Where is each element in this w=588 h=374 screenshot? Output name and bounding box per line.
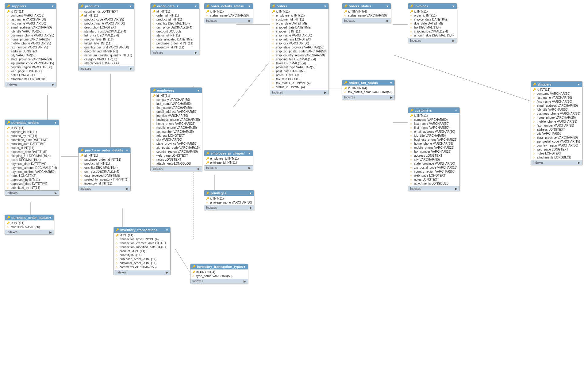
table-footer-invoices[interactable]: Indexes▶	[408, 38, 457, 43]
table-title: order_details	[157, 4, 178, 8]
table-header-customers[interactable]: 🔑customers▼	[408, 108, 459, 113]
table-orders_tax_status[interactable]: 🔑orders_tax_status▼🔑id TINYINT(4)◇tax_st…	[342, 80, 395, 100]
table-header-inventory_transactions[interactable]: 🔑inventory_transactions▼	[114, 227, 170, 233]
table-row: ◇submitted_by INT(11)	[5, 186, 59, 190]
field-text: id INT(11)	[120, 234, 133, 237]
table-row: 🔑id INT(11)	[114, 233, 170, 237]
table-purchase_order_details[interactable]: 🔑purchase_order_details▼🔑id INT(11)◇purc…	[78, 147, 131, 191]
field-icon: ◇	[410, 118, 413, 121]
table-footer-shippers[interactable]: Indexes▶	[531, 160, 582, 165]
field-icon: ◇	[410, 178, 413, 181]
field-text: shipper_id INT(11)	[276, 30, 302, 33]
indexes-label: Indexes	[152, 167, 163, 170]
table-header-order_details_status[interactable]: 🔑order_details_status▼	[204, 3, 253, 9]
field-text: id INT(11)	[156, 10, 170, 13]
key-field-icon: 🔑	[152, 10, 156, 13]
table-row: ◇state_province VARCHAR(50)	[408, 162, 459, 166]
table-row: ◇purchase_order_id INT(11)	[151, 41, 199, 45]
key-field-icon: 🔑	[192, 271, 195, 273]
table-header-invoices[interactable]: 🔑invoices▼	[408, 3, 457, 9]
table-header-orders_status[interactable]: 🔑orders_status▼	[342, 3, 391, 9]
field-text: transaction_modified_date DATET...	[120, 246, 168, 249]
table-footer-order_details_status[interactable]: Indexes▶	[204, 18, 253, 23]
table-footer-products[interactable]: Indexes▶	[79, 66, 134, 71]
field-text: discontinued TINYINT(1)	[84, 50, 118, 53]
table-customers[interactable]: 🔑customers▼🔑id INT(11)◇company VARCHAR(5…	[408, 107, 460, 191]
table-inventory_transactions[interactable]: 🔑inventory_transactions▼🔑id INT(11)◇tran…	[113, 227, 171, 275]
field-text: supplier_id INT(11)	[11, 130, 37, 134]
field-text: id INT(11)	[84, 154, 98, 157]
table-employee_privileges[interactable]: 🔑employee_privileges▼🔑employee_id INT(11…	[204, 150, 253, 170]
table-invoices[interactable]: 🔑invoices▼🔑id INT(11)◇order_id INT(11)◇i…	[408, 3, 457, 43]
table-privileges[interactable]: 🔑privileges▼🔑id INT(11)◇privilege_name V…	[204, 190, 254, 210]
table-order_details[interactable]: 🔑order_details▼🔑id INT(11)◇order_id INT(…	[150, 3, 199, 55]
field-icon: ◇	[116, 258, 119, 261]
field-icon: ◇	[80, 18, 83, 21]
field-text: last_name VARCHAR(50)	[156, 102, 192, 105]
table-purchase_order_status[interactable]: 🔑purchase_order_status▼🔑id INT(11)◇statu…	[5, 215, 54, 235]
table-header-suppliers[interactable]: 🔑suppliers▼	[5, 3, 56, 9]
table-header-employees[interactable]: 🔑employees▼	[151, 88, 202, 93]
table-title: purchase_orders	[11, 121, 39, 124]
table-footer-orders_status[interactable]: Indexes▶	[342, 18, 391, 23]
table-header-order_details[interactable]: 🔑order_details▼	[151, 3, 199, 9]
table-row: ◇due_date DATETIME	[408, 21, 457, 25]
table-header-products[interactable]: 🔑products▼	[79, 3, 134, 9]
table-suppliers[interactable]: 🔑suppliers▼🔑id INT(11)◇company VARCHAR(5…	[5, 3, 56, 87]
table-footer-purchase_order_status[interactable]: Indexes▶	[5, 230, 54, 235]
table-footer-purchase_orders[interactable]: Indexes▶	[5, 190, 59, 195]
table-header-purchase_order_status[interactable]: 🔑purchase_order_status▼	[5, 215, 54, 220]
table-footer-orders_tax_status[interactable]: Indexes▶	[342, 95, 394, 100]
table-footer-inventory_transaction_types[interactable]: Indexes▶	[190, 279, 248, 284]
table-footer-privileges[interactable]: Indexes▶	[204, 205, 254, 210]
table-purchase_orders[interactable]: 🔑purchase_orders▼🔑id INT(11)◇supplier_id…	[5, 120, 59, 196]
table-footer-suppliers[interactable]: Indexes▶	[5, 82, 56, 87]
field-icon: ◇	[80, 38, 83, 41]
field-icon: ◇	[533, 116, 536, 119]
table-orders_status[interactable]: 🔑orders_status▼🔑id TINYINT(4)◇status_nam…	[342, 3, 391, 23]
field-text: created_by INT(11)	[11, 134, 37, 138]
table-orders[interactable]: 🔑orders▼🔑id INT(11)◇employee_id INT(11)◇…	[270, 3, 329, 95]
field-text: status_id INT(11)	[156, 34, 180, 37]
table-footer-inventory_transactions[interactable]: Indexes▶	[114, 270, 170, 275]
table-footer-employee_privileges[interactable]: Indexes▶	[204, 165, 253, 170]
key-icon: 🔑	[344, 5, 348, 8]
table-products[interactable]: 🔑products▼◇supplier_ids LONGTEXT🔑id INT(…	[78, 3, 134, 71]
table-footer-employees[interactable]: Indexes▶	[151, 166, 202, 171]
table-row: ◇comments VARCHAR(255)	[114, 265, 170, 269]
field-text: inventory_id INT(11)	[84, 182, 112, 185]
table-header-purchase_order_details[interactable]: 🔑purchase_order_details▼	[79, 147, 130, 153]
table-row: 🔑id INT(11)	[79, 13, 134, 17]
table-header-orders[interactable]: 🔑orders▼	[270, 3, 329, 9]
table-shippers[interactable]: 🔑shippers▼🔑id INT(11)◇company VARCHAR(50…	[531, 81, 582, 165]
table-header-purchase_orders[interactable]: 🔑purchase_orders▼	[5, 120, 59, 125]
table-header-shippers[interactable]: 🔑shippers▼	[531, 82, 582, 87]
table-body-purchase_orders: 🔑id INT(11)◇supplier_id INT(11)◇created_…	[5, 125, 59, 190]
svg-line-10	[233, 61, 270, 107]
footer-arrow-icon: ▶	[578, 161, 580, 164]
field-text: mobile_phone VARCHAR(25)	[414, 146, 455, 149]
table-header-orders_tax_status[interactable]: 🔑orders_tax_status▼	[342, 80, 394, 86]
table-header-inventory_transaction_types[interactable]: 🔑inventory_transaction_types▼	[190, 264, 248, 269]
field-text: city VARCHAR(50)	[11, 54, 37, 57]
table-employees[interactable]: 🔑employees▼🔑id INT(11)◇company VARCHAR(5…	[150, 87, 202, 171]
table-row: ◇customer_order_id INT(11)	[114, 261, 170, 265]
field-icon: ◇	[80, 62, 83, 65]
table-footer-orders[interactable]: Indexes▶	[270, 90, 329, 95]
field-text: mobile_phone VARCHAR(25)	[11, 42, 51, 45]
table-header-privileges[interactable]: 🔑privileges▼	[204, 190, 254, 196]
field-text: quantity_per_unit VARCHAR(50)	[84, 46, 129, 49]
table-footer-purchase_order_details[interactable]: Indexes▶	[79, 186, 130, 191]
table-row: ◇order_id INT(11)	[151, 13, 199, 17]
table-inventory_transaction_types[interactable]: 🔑inventory_transaction_types▼🔑id TINYINT…	[190, 264, 248, 284]
header-arrow-icon: ▼	[197, 89, 200, 92]
table-footer-customers[interactable]: Indexes▶	[408, 186, 459, 191]
field-text: shipping_fee DECIMAL(19,4)	[276, 58, 316, 61]
table-footer-order_details[interactable]: Indexes▶	[151, 50, 199, 55]
field-text: submitted_by INT(11)	[11, 186, 40, 189]
field-icon: ◇	[80, 26, 83, 29]
table-header-employee_privileges[interactable]: 🔑employee_privileges▼	[204, 151, 253, 156]
table-row: ◇last_name VARCHAR(50)	[531, 96, 582, 100]
table-order_details_status[interactable]: 🔑order_details_status▼🔑id INT(11)◇status…	[204, 3, 253, 23]
table-row: ◇fax_number VARCHAR(25)	[531, 124, 582, 128]
